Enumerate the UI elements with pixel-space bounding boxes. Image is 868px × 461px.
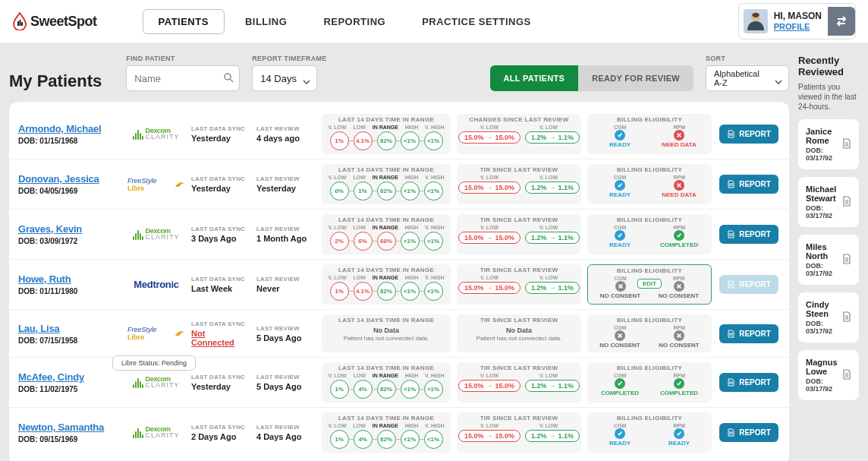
recent-patient-card[interactable]: Miles North DOB: 03/17/92 [798, 235, 859, 285]
chevron-down-icon [775, 75, 782, 87]
svg-point-4 [225, 74, 231, 80]
topbar: SweetSpot PATIENTS BILLING REPORTING PRA… [0, 0, 868, 43]
report-button[interactable]: REPORT [719, 324, 778, 343]
user-menu[interactable]: HI, MASON PROFILE [738, 3, 856, 39]
sort-select[interactable]: Alphabetical A-Z [706, 65, 789, 91]
card-name: Magnus Lowe [806, 358, 842, 376]
status-icon [615, 378, 625, 389]
patient-name-link[interactable]: McAfee, Cindy [18, 371, 121, 383]
review-value: 4 Days Ago [256, 432, 316, 441]
seg-all-patients[interactable]: ALL PATIENTS [490, 65, 579, 91]
review-label: LAST REVIEW [256, 226, 316, 232]
recent-patient-card[interactable]: Janice Rome DOB: 03/17/92 [798, 119, 859, 169]
billing-status: READY [593, 130, 646, 148]
svg-rect-1 [20, 20, 21, 26]
card-dob: DOB: 03/17/92 [806, 320, 842, 335]
report-button[interactable]: REPORT [719, 125, 778, 144]
billing-status: COMPLETED [653, 230, 706, 248]
review-label: LAST REVIEW [256, 374, 316, 380]
edit-button[interactable]: EDIT [637, 279, 662, 289]
recent-patient-card[interactable]: Cindy Steen DOB: 03/17/92 [798, 292, 859, 343]
svg-rect-2 [21, 22, 23, 26]
swap-icon[interactable] [828, 7, 855, 36]
tir-block: LAST 14 DAYS TIME IN RANGE V. LOWLOWIN R… [322, 362, 451, 403]
table-row: Armondo, Michael DOB: 01/15/1968 DexcomC… [9, 109, 789, 159]
billing-status: COMPLETED [653, 378, 706, 396]
patient-name-link[interactable]: Donovan, Jessica [18, 173, 121, 185]
review-value: 5 Days Ago [256, 382, 316, 391]
logo[interactable]: SweetSpot [12, 12, 97, 30]
sync-value: Last Week [191, 284, 250, 293]
dexcom-logo: DexcomCLARITY [133, 377, 179, 387]
card-name: Janice Rome [806, 127, 842, 145]
patient-name-link[interactable]: Howe, Ruth [18, 273, 121, 285]
recent-patient-card[interactable]: Magnus Lowe DOB: 03/17/92 [798, 350, 859, 400]
billing-status: COMPLETED [593, 378, 646, 396]
status-icon [615, 130, 625, 141]
status-icon [674, 281, 684, 292]
report-button[interactable]: REPORT [719, 423, 778, 442]
document-icon [842, 254, 851, 267]
card-name: Michael Stewart [806, 185, 842, 203]
status-icon [615, 428, 625, 439]
report-button[interactable]: REPORT [719, 225, 778, 244]
billing-status: NEED DATA [653, 180, 706, 198]
status-icon [615, 230, 625, 241]
user-profile-link[interactable]: PROFILE [774, 22, 822, 32]
report-button[interactable]: REPORT [719, 175, 778, 194]
document-icon [842, 138, 851, 151]
review-label: LAST REVIEW [256, 276, 316, 283]
dexcom-logo: DexcomCLARITY [133, 427, 179, 437]
changes-block: CHANGES SINCE LAST REVIEW V. LOWV. LOW 1… [457, 114, 581, 154]
card-name: Cindy Steen [806, 300, 842, 318]
card-dob: DOB: 03/17/92 [806, 262, 842, 277]
report-button[interactable]: REPORT [719, 373, 778, 392]
find-patient-label: FIND PATIENT [126, 55, 240, 62]
status-icon [615, 281, 626, 292]
patient-name-link[interactable]: Armondo, Michael [18, 123, 121, 134]
card-dob: DOB: 03/17/92 [806, 147, 842, 162]
timeframe-select[interactable]: 14 Days [252, 65, 317, 91]
table-row: Newton, Samantha DOB: 09/15/1969 DexcomC… [9, 407, 789, 457]
billing-block: BILLING ELIGIBILITY CGMRPM NO CONSENT NO… [587, 264, 712, 305]
changes-block: TIR SINCE LAST REVIEW V. LOWV. LOW 15.0%… [457, 164, 581, 204]
report-button: REPORT [719, 275, 778, 294]
patient-name-link[interactable]: Lau, Lisa [18, 323, 121, 334]
sync-value: Not Connected [191, 329, 250, 347]
nav-patients[interactable]: PATIENTS [143, 9, 225, 34]
device-cell: Medtronic [127, 264, 185, 305]
billing-block: BILLING ELIGIBILITY CGMRPM READY NEED DA… [587, 164, 712, 204]
nav-practice-settings[interactable]: PRACTICE SETTINGS [406, 9, 547, 34]
libre-logo: FreeStyle Libre [127, 177, 185, 192]
patient-dob: DOB: 07/15/1958 [18, 336, 121, 345]
dexcom-logo: DexcomCLARITY [133, 128, 179, 139]
patient-name-link[interactable]: Newton, Samantha [18, 422, 121, 433]
logo-text: SweetSpot [30, 14, 97, 30]
nav-reporting[interactable]: REPORTING [307, 9, 401, 34]
status-icon [674, 130, 684, 141]
medtronic-logo: Medtronic [134, 279, 178, 290]
review-label: LAST REVIEW [256, 125, 316, 132]
patient-table: Armondo, Michael DOB: 01/15/1968 DexcomC… [9, 102, 789, 461]
svg-rect-0 [17, 21, 19, 26]
changes-block: TIR SINCE LAST REVIEW No DataPatient has… [457, 314, 581, 352]
billing-status: NO CONSENT [653, 330, 706, 349]
card-dob: DOB: 03/17/92 [806, 204, 842, 219]
nav-billing[interactable]: BILLING [229, 9, 303, 34]
changes-block: TIR SINCE LAST REVIEW V. LOWV. LOW 15.0%… [457, 264, 581, 305]
seg-ready-for-review[interactable]: READY FOR REVIEW [578, 65, 693, 91]
table-row: Howe, Ruth DOB: 01/11/1980 Medtronic LAS… [9, 259, 789, 309]
billing-block: BILLING ELIGIBILITY CGMRPM NO CONSENT NO… [587, 314, 712, 352]
document-icon [842, 196, 851, 209]
status-icon [615, 180, 625, 191]
patient-name-link[interactable]: Graves, Kevin [18, 223, 121, 235]
review-label: LAST REVIEW [256, 325, 316, 332]
sidebar-subtitle: Patients you viewed in the last 24-hours… [798, 82, 859, 112]
billing-block: BILLING ELIGIBILITY CGMRPM COMPLETED COM… [587, 362, 712, 403]
main-nav: PATIENTS BILLING REPORTING PRACTICE SETT… [143, 9, 547, 34]
table-row: Lau, Lisa DOB: 07/15/1958 FreeStyle Libr… [9, 309, 789, 357]
table-row: Graves, Kevin DOB: 03/09/1972 DexcomCLAR… [9, 209, 789, 259]
billing-status: READY [593, 230, 646, 248]
recent-patient-card[interactable]: Michael Stewart DOB: 03/17/92 [798, 177, 859, 227]
billing-status: NEED DATA [653, 130, 706, 148]
